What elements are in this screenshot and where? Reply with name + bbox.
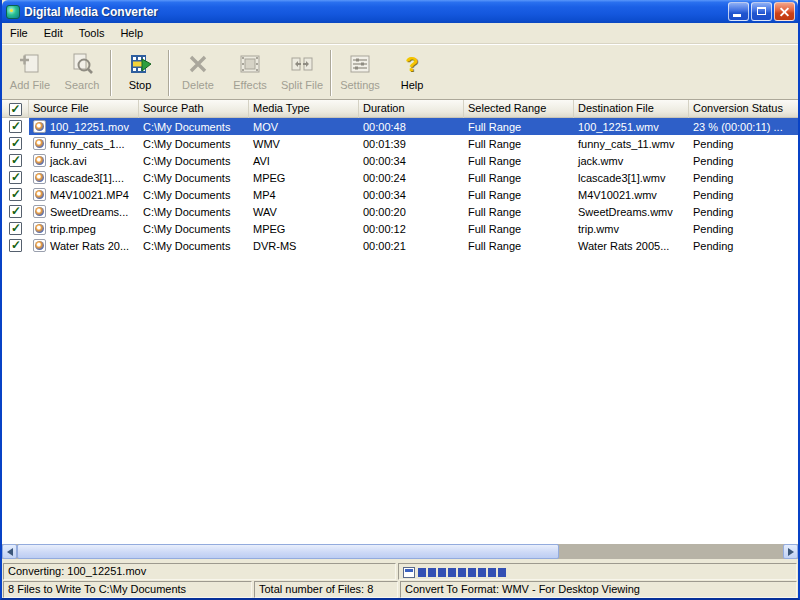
progress-indicator-icon xyxy=(403,567,415,578)
row-checkbox[interactable] xyxy=(9,120,22,133)
table-row[interactable]: SweetDreams... C:\My Documents WAV 00:00… xyxy=(2,203,798,220)
media-file-icon xyxy=(33,120,46,133)
row-checkbox-cell xyxy=(2,118,29,135)
menu-file[interactable]: File xyxy=(2,23,36,43)
cell-source-path: C:\My Documents xyxy=(139,203,249,220)
row-checkbox[interactable] xyxy=(9,205,22,218)
column-media-type[interactable]: Media Type xyxy=(249,100,359,118)
scroll-left-button[interactable] xyxy=(2,544,17,559)
column-source-file[interactable]: Source File xyxy=(29,100,139,118)
cell-duration: 00:00:48 xyxy=(359,118,464,135)
progress-panel xyxy=(398,563,797,580)
table-row[interactable]: lcascade3[1].... C:\My Documents MPEG 00… xyxy=(2,169,798,186)
table-row[interactable]: jack.avi C:\My Documents AVI 00:00:34 Fu… xyxy=(2,152,798,169)
stop-button[interactable]: Stop xyxy=(114,48,166,98)
cell-conversion-status: Pending xyxy=(689,203,798,220)
cell-selected-range: Full Range xyxy=(464,135,574,152)
cell-duration: 00:00:34 xyxy=(359,186,464,203)
table-row[interactable]: 100_12251.mov C:\My Documents MOV 00:00:… xyxy=(2,118,798,135)
column-source-path[interactable]: Source Path xyxy=(139,100,249,118)
scroll-right-icon xyxy=(788,548,794,556)
progress-segment xyxy=(418,568,426,577)
scroll-right-button[interactable] xyxy=(783,544,798,559)
progress-segment xyxy=(448,568,456,577)
column-duration[interactable]: Duration xyxy=(359,100,464,118)
file-list-header: Source File Source Path Media Type Durat… xyxy=(2,100,798,118)
minimize-button[interactable] xyxy=(728,2,749,21)
select-all-header-cell xyxy=(2,100,29,118)
table-row[interactable]: Water Rats 20... C:\My Documents DVR-MS … xyxy=(2,237,798,254)
effects-label: Effects xyxy=(233,79,266,91)
horizontal-scrollbar[interactable] xyxy=(2,544,798,559)
progress-segment xyxy=(498,568,506,577)
media-file-icon xyxy=(33,188,46,201)
delete-button[interactable]: Delete xyxy=(172,48,224,98)
search-icon xyxy=(69,51,95,77)
cell-destination-file: jack.wmv xyxy=(574,152,689,169)
progress-segment xyxy=(428,568,436,577)
scrollbar-thumb[interactable] xyxy=(17,544,559,559)
cell-source-file: Water Rats 20... xyxy=(29,237,139,254)
cell-conversion-status: Pending xyxy=(689,135,798,152)
progress-segment xyxy=(488,568,496,577)
effects-button[interactable]: Effects xyxy=(224,48,276,98)
cell-media-type: WMV xyxy=(249,135,359,152)
row-checkbox[interactable] xyxy=(9,188,22,201)
row-checkbox[interactable] xyxy=(9,239,22,252)
menu-help[interactable]: Help xyxy=(112,23,151,43)
column-conversion-status[interactable]: Conversion Status xyxy=(689,100,798,118)
add-file-button[interactable]: Add File xyxy=(4,48,56,98)
menu-edit[interactable]: Edit xyxy=(36,23,71,43)
row-checkbox[interactable] xyxy=(9,222,22,235)
status-bar-progress: Converting: 100_12251.mov xyxy=(2,563,798,580)
total-files-status: Total number of Files: 8 xyxy=(254,581,398,598)
cell-conversion-status: Pending xyxy=(689,169,798,186)
search-label: Search xyxy=(65,79,100,91)
media-file-icon xyxy=(33,171,46,184)
media-file-icon xyxy=(33,205,46,218)
help-button[interactable]: ? Help xyxy=(386,48,438,98)
cell-selected-range: Full Range xyxy=(464,186,574,203)
row-checkbox[interactable] xyxy=(9,137,22,150)
media-file-icon xyxy=(33,239,46,252)
search-button[interactable]: Search xyxy=(56,48,108,98)
row-checkbox[interactable] xyxy=(9,154,22,167)
split-file-button[interactable]: Split File xyxy=(276,48,328,98)
settings-button[interactable]: Settings xyxy=(334,48,386,98)
cell-duration: 00:00:24 xyxy=(359,169,464,186)
split-file-icon xyxy=(289,51,315,77)
row-checkbox[interactable] xyxy=(9,171,22,184)
settings-icon xyxy=(347,51,373,77)
table-row[interactable]: trip.mpeg C:\My Documents MPEG 00:00:12 … xyxy=(2,220,798,237)
cell-duration: 00:00:12 xyxy=(359,220,464,237)
cell-source-path: C:\My Documents xyxy=(139,237,249,254)
files-to-write-status: 8 Files to Write To C:\My Documents xyxy=(3,581,252,598)
cell-destination-file: lcascade3[1].wmv xyxy=(574,169,689,186)
table-row[interactable]: M4V10021.MP4 C:\My Documents MP4 00:00:3… xyxy=(2,186,798,203)
cell-destination-file: M4V10021.wmv xyxy=(574,186,689,203)
table-row[interactable]: funny_cats_1... C:\My Documents WMV 00:0… xyxy=(2,135,798,152)
maximize-button[interactable] xyxy=(751,2,772,21)
status-bar-summary: 8 Files to Write To C:\My Documents Tota… xyxy=(2,581,798,598)
converting-status: Converting: 100_12251.mov xyxy=(3,563,396,580)
close-button[interactable] xyxy=(774,2,795,21)
effects-icon xyxy=(237,51,263,77)
window-title: Digital Media Converter xyxy=(24,5,726,19)
toolbar-separator xyxy=(110,50,112,96)
cell-source-file: M4V10021.MP4 xyxy=(29,186,139,203)
settings-label: Settings xyxy=(340,79,380,91)
toolbar-separator xyxy=(330,50,332,96)
menu-tools[interactable]: Tools xyxy=(71,23,113,43)
cell-source-file: 100_12251.mov xyxy=(29,118,139,135)
row-checkbox-cell xyxy=(2,186,29,203)
column-destination-file[interactable]: Destination File xyxy=(574,100,689,118)
cell-conversion-status: 23 % (00:00:11) ... xyxy=(689,118,798,135)
column-selected-range[interactable]: Selected Range xyxy=(464,100,574,118)
cell-conversion-status: Pending xyxy=(689,152,798,169)
row-checkbox-cell xyxy=(2,220,29,237)
cell-conversion-status: Pending xyxy=(689,237,798,254)
cell-selected-range: Full Range xyxy=(464,118,574,135)
maximize-icon xyxy=(757,7,766,15)
cell-source-path: C:\My Documents xyxy=(139,169,249,186)
select-all-checkbox[interactable] xyxy=(9,103,22,116)
